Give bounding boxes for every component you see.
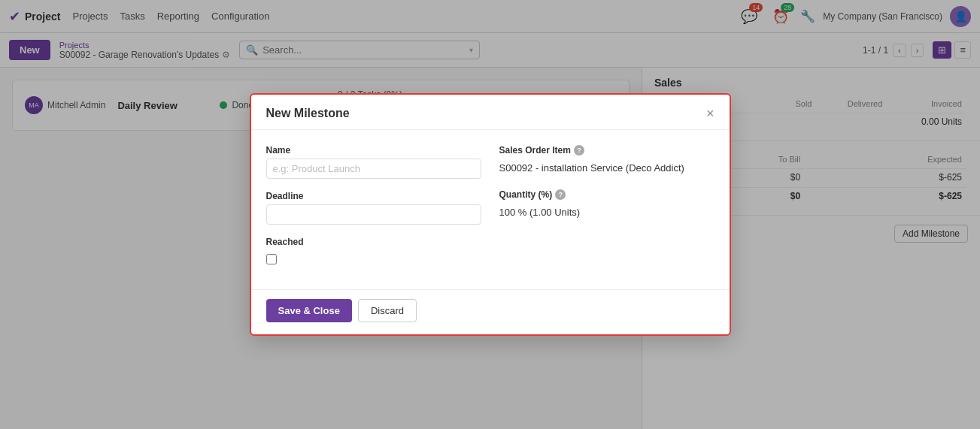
sales-order-item-value: S00092 - installation Service (Deco Addi… — [499, 159, 715, 177]
reached-label: Reached — [266, 237, 481, 247]
quantity-value: 100 % (1.00 Units) — [499, 203, 715, 222]
quantity-group: Quantity (%) ? 100 % (1.00 Units) — [499, 189, 715, 222]
sales-order-item-label: Sales Order Item ? — [499, 145, 715, 156]
new-milestone-dialog: New Milestone × Name Deadline Reached — [250, 93, 731, 336]
sales-order-item-group: Sales Order Item ? S00092 - installation… — [499, 145, 715, 177]
deadline-label: Deadline — [266, 191, 481, 201]
dialog-footer: Save & Close Discard — [251, 289, 730, 334]
dialog-header: New Milestone × — [251, 95, 730, 130]
sales-order-item-help-icon[interactable]: ? — [574, 145, 584, 156]
save-close-button[interactable]: Save & Close — [266, 299, 352, 322]
dialog-close-button[interactable]: × — [706, 107, 715, 120]
dialog-form: Name Deadline Reached — [266, 145, 715, 268]
name-label: Name — [266, 145, 481, 156]
deadline-input[interactable] — [266, 204, 481, 225]
dialog-title: New Milestone — [266, 107, 350, 120]
dialog-overlay: New Milestone × Name Deadline Reached — [0, 0, 980, 429]
dialog-body: Name Deadline Reached — [251, 130, 730, 283]
reached-checkbox[interactable] — [266, 254, 277, 264]
name-input[interactable] — [266, 159, 481, 179]
reached-field-group: Reached — [266, 237, 481, 268]
quantity-help-icon[interactable]: ? — [555, 189, 566, 200]
name-field-group: Name — [266, 145, 481, 179]
quantity-label: Quantity (%) ? — [499, 189, 715, 200]
reached-checkbox-wrapper — [266, 250, 481, 268]
deadline-field-group: Deadline — [266, 191, 481, 225]
discard-button[interactable]: Discard — [358, 299, 417, 322]
